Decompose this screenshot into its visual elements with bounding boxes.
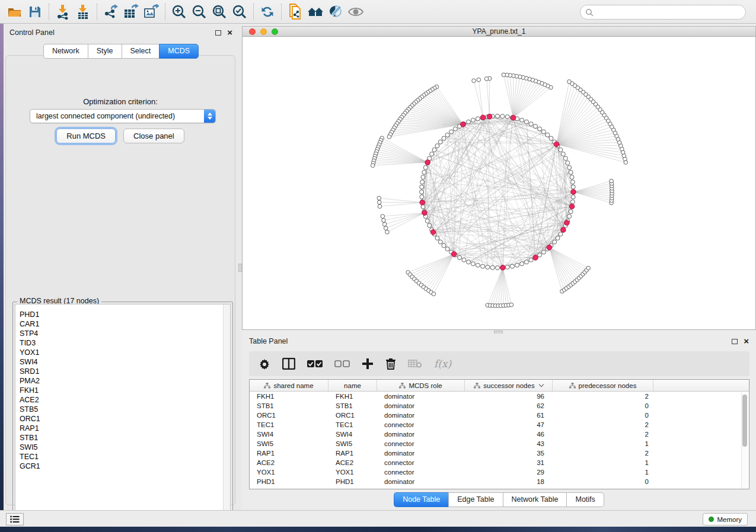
network-node[interactable] [496,114,500,118]
network-node[interactable] [500,114,505,118]
cell[interactable]: 2 [553,450,653,457]
table-scrollbar-thumb[interactable] [742,395,747,447]
network-leaf-node[interactable] [377,196,381,200]
delete-column-trash-icon[interactable] [385,358,396,370]
network-node[interactable] [438,140,442,144]
network-leaf-node[interactable] [477,78,481,82]
import-network-icon[interactable] [53,3,73,21]
tab-mcds[interactable]: MCDS [159,44,199,59]
tab-network-table[interactable]: Network Table [503,492,567,507]
export-image-icon[interactable] [141,3,161,21]
mcds-result-item[interactable]: SRD1 [20,367,230,376]
network-node[interactable] [559,232,563,236]
network-node[interactable] [549,136,553,140]
network-node[interactable] [421,175,425,180]
network-node[interactable] [467,120,471,124]
refresh-icon[interactable] [257,3,277,21]
network-node[interactable] [435,144,439,148]
network-leaf-node[interactable] [472,79,476,83]
mcds-selected-node[interactable] [487,114,492,119]
network-node[interactable] [430,152,434,156]
network-leaf-node[interactable] [371,164,375,168]
network-node[interactable] [449,130,454,134]
cell[interactable]: 2 [553,431,653,438]
mcds-selected-node[interactable] [500,265,506,270]
network-node[interactable] [467,260,471,264]
cell[interactable]: dominator [377,431,465,438]
network-leaf-node[interactable] [484,77,489,81]
network-node[interactable] [520,262,524,266]
cell[interactable]: TEC1 [250,421,328,428]
mcds-result-item[interactable]: SWI4 [20,357,230,367]
column-header-MCDS-role[interactable]: MCDS role [377,380,465,391]
network-node[interactable] [524,260,528,264]
mcds-result-item[interactable]: YOX1 [20,348,230,357]
network-node[interactable] [553,240,557,244]
network-window-titlebar[interactable]: YPA_prune.txt_1 [242,26,756,37]
network-node[interactable] [520,118,524,122]
network-leaf-node[interactable] [610,179,614,183]
mcds-selected-node[interactable] [554,142,559,147]
cell[interactable]: TEC1 [328,421,377,428]
cell[interactable]: 1 [553,440,653,447]
cell[interactable]: 47 [465,421,553,428]
network-node[interactable] [559,148,563,152]
table-options-gear-icon[interactable] [259,358,270,370]
network-node[interactable] [421,204,425,209]
cell[interactable]: ACE2 [328,459,377,466]
cell[interactable]: 2 [553,421,653,428]
cell[interactable]: dominator [377,412,465,419]
memory-button[interactable]: Memory [703,513,748,525]
show-hide-eye-icon[interactable] [346,3,366,21]
column-header-successor-nodes[interactable]: successor nodes [465,380,553,391]
mcds-selected-node[interactable] [461,122,466,127]
zoom-selected-icon[interactable] [229,3,250,21]
network-node[interactable] [462,258,466,262]
birds-eye-home-icon[interactable] [305,3,326,21]
export-table-icon[interactable] [121,3,141,21]
column-header-shared-name[interactable]: shared name [250,380,328,391]
network-node[interactable] [442,243,446,248]
network-node[interactable] [510,264,514,268]
network-node[interactable] [541,250,546,254]
cell[interactable]: connector [377,440,465,447]
cell[interactable]: SWI4 [250,431,328,438]
network-leaf-node[interactable] [381,214,385,219]
cell[interactable]: connector [377,469,465,476]
network-leaf-node[interactable] [387,135,391,139]
cell[interactable]: PHD1 [328,478,377,485]
tab-style[interactable]: Style [88,44,122,59]
tab-network[interactable]: Network [43,44,88,59]
cell[interactable]: 31 [465,459,553,466]
function-builder-icon[interactable]: f(x) [434,358,451,370]
mcds-result-list[interactable]: PHD1CAR1STP4TID3YOX1SWI4SRD1PMA2FKH1ACE2… [15,304,231,523]
network-node[interactable] [546,133,550,137]
cell[interactable]: STB1 [328,402,377,409]
table-row[interactable]: STB1STB1dominator620 [250,401,749,411]
mcds-result-item[interactable]: STP4 [20,329,230,338]
run-mcds-button[interactable]: Run MCDS [56,129,116,143]
table-row[interactable]: ORC1ORC1dominator610 [250,411,749,420]
cell[interactable]: FKH1 [250,393,328,400]
network-node[interactable] [534,124,538,129]
network-node[interactable] [505,265,509,269]
cell[interactable]: dominator [377,402,465,409]
network-node[interactable] [438,240,442,244]
add-column-icon[interactable] [362,358,374,370]
node-table[interactable]: shared namenameMCDS rolesuccessor nodesp… [249,379,749,489]
export-network-icon[interactable] [101,3,121,21]
mcds-selected-node[interactable] [569,204,575,209]
cell[interactable]: 35 [465,450,553,457]
table-row[interactable]: SWI5SWI5connector431 [250,439,749,448]
network-node[interactable] [567,214,572,219]
zoom-fit-icon[interactable] [209,3,229,21]
network-leaf-node[interactable] [509,303,513,307]
network-node[interactable] [486,265,490,269]
cell[interactable]: 29 [465,469,553,476]
tab-node-table[interactable]: Node Table [394,492,448,507]
table-row[interactable]: RAP1RAP1dominator352 [250,448,749,458]
network-node[interactable] [422,170,426,174]
mcds-result-item[interactable]: SWI5 [20,443,230,452]
cell[interactable]: connector [377,459,465,466]
network-node[interactable] [570,180,575,184]
